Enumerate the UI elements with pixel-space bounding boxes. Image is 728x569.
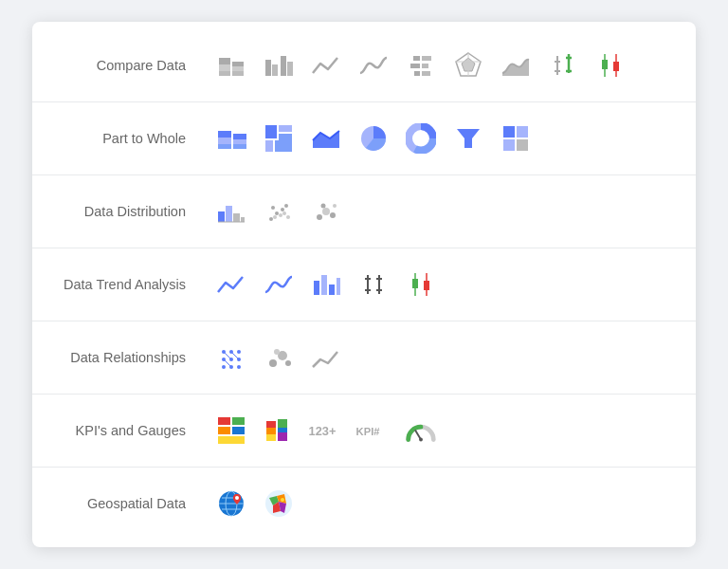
svg-rect-102 xyxy=(218,436,245,444)
donut-chart-icon[interactable] xyxy=(402,119,440,157)
svg-rect-38 xyxy=(279,134,292,140)
row-compare-data: Compare Data xyxy=(32,29,696,102)
funnel-icon[interactable] xyxy=(449,119,487,157)
svg-point-121 xyxy=(281,498,284,502)
svg-rect-108 xyxy=(278,432,287,441)
svg-point-55 xyxy=(275,211,279,215)
icons-part-to-whole xyxy=(212,119,535,157)
svg-rect-32 xyxy=(218,144,231,149)
icons-compare-data xyxy=(212,46,629,84)
svg-rect-40 xyxy=(275,140,292,152)
trend-candlestick-icon[interactable] xyxy=(402,266,440,303)
trend-bar-icon[interactable] xyxy=(307,266,345,303)
svg-rect-14 xyxy=(414,71,420,76)
svg-point-84 xyxy=(237,350,241,354)
smooth-line-icon[interactable] xyxy=(355,46,392,84)
svg-rect-5 xyxy=(232,71,244,76)
kpi-block-icon[interactable] xyxy=(212,412,250,450)
label-kpis-gauges: KPI's and Gauges xyxy=(32,423,212,438)
svg-point-112 xyxy=(419,438,423,442)
grouped-bar-icon[interactable] xyxy=(260,46,298,84)
waffle-icon[interactable] xyxy=(497,119,535,157)
svg-rect-36 xyxy=(265,125,277,138)
svg-rect-9 xyxy=(287,62,293,76)
area-chart-icon[interactable] xyxy=(497,46,535,84)
icons-kpis-gauges: 123+ KPI# xyxy=(212,412,440,450)
svg-point-88 xyxy=(222,365,226,369)
number-kpi-icon[interactable]: 123+ xyxy=(307,412,345,450)
svg-point-64 xyxy=(322,208,330,215)
svg-rect-29 xyxy=(613,62,619,71)
radar-icon[interactable] xyxy=(449,46,487,84)
row-kpis-gauges: KPI's and Gauges xyxy=(32,395,696,468)
trend-highlow-icon[interactable] xyxy=(355,266,392,303)
svg-rect-27 xyxy=(602,60,608,69)
icons-data-distribution xyxy=(212,193,345,230)
bubble-icon[interactable] xyxy=(260,339,298,376)
svg-rect-31 xyxy=(218,138,231,144)
diverging-bar-icon[interactable] xyxy=(402,46,440,84)
relationship-line-icon[interactable] xyxy=(307,339,345,376)
svg-rect-4 xyxy=(232,66,244,71)
svg-point-60 xyxy=(282,211,286,215)
line-chart-icon[interactable] xyxy=(307,46,345,84)
svg-marker-44 xyxy=(457,129,480,148)
stacked-bar-icon[interactable] xyxy=(212,46,250,84)
pie-chart-icon[interactable] xyxy=(355,119,392,157)
area-blue-icon[interactable] xyxy=(307,119,345,157)
svg-point-96 xyxy=(285,360,291,366)
svg-rect-34 xyxy=(233,139,246,144)
trend-smooth-icon[interactable] xyxy=(260,266,298,303)
row-geospatial: Geospatial Data xyxy=(32,468,696,540)
svg-point-67 xyxy=(333,204,337,208)
svg-rect-69 xyxy=(321,275,327,295)
chart-types-card: Compare Data xyxy=(32,22,696,547)
svg-rect-79 xyxy=(412,279,418,288)
globe-pin-icon[interactable] xyxy=(212,485,250,523)
highlow-chart-icon[interactable] xyxy=(544,46,582,84)
svg-rect-101 xyxy=(232,427,245,434)
treemap-icon[interactable] xyxy=(260,119,298,157)
stacked-bar-blue-icon[interactable] xyxy=(212,119,250,157)
svg-rect-11 xyxy=(422,56,431,61)
svg-rect-7 xyxy=(272,64,278,76)
histogram-icon[interactable] xyxy=(212,193,250,230)
svg-rect-39 xyxy=(265,140,273,152)
svg-rect-107 xyxy=(278,428,287,432)
svg-rect-30 xyxy=(218,131,231,138)
row-data-distribution: Data Distribution xyxy=(32,175,696,248)
kpi-text-icon[interactable]: KPI# xyxy=(355,412,392,450)
scatter-large-icon[interactable] xyxy=(307,193,345,230)
svg-rect-1 xyxy=(219,64,230,71)
svg-rect-70 xyxy=(329,284,335,295)
svg-rect-98 xyxy=(218,417,230,425)
scatter-small-icon[interactable] xyxy=(260,193,298,230)
svg-text:123+: 123+ xyxy=(309,424,337,438)
svg-rect-47 xyxy=(503,139,515,151)
label-compare-data: Compare Data xyxy=(32,58,212,73)
svg-rect-6 xyxy=(265,60,271,76)
svg-point-59 xyxy=(284,204,288,208)
svg-rect-48 xyxy=(517,139,528,151)
svg-point-66 xyxy=(321,204,326,209)
candlestick-icon[interactable] xyxy=(592,46,629,84)
kpi-stacked-icon[interactable] xyxy=(260,412,298,450)
label-data-distribution: Data Distribution xyxy=(32,204,212,219)
svg-point-94 xyxy=(269,359,277,367)
svg-point-62 xyxy=(286,215,290,219)
svg-rect-2 xyxy=(219,71,230,76)
icons-data-trend xyxy=(212,266,440,303)
svg-rect-99 xyxy=(232,417,245,425)
map-icon[interactable] xyxy=(260,485,298,523)
label-data-trend: Data Trend Analysis xyxy=(32,277,212,292)
svg-text:KPI#: KPI# xyxy=(356,426,381,437)
svg-rect-3 xyxy=(232,62,244,66)
gauge-icon[interactable] xyxy=(402,412,440,450)
svg-rect-81 xyxy=(424,281,429,290)
trend-line-icon[interactable] xyxy=(212,266,250,303)
network-small-icon[interactable] xyxy=(212,339,250,376)
row-part-to-whole: Part to Whole xyxy=(32,102,696,175)
svg-rect-12 xyxy=(410,64,420,68)
svg-rect-105 xyxy=(266,434,276,441)
svg-rect-71 xyxy=(337,278,340,295)
